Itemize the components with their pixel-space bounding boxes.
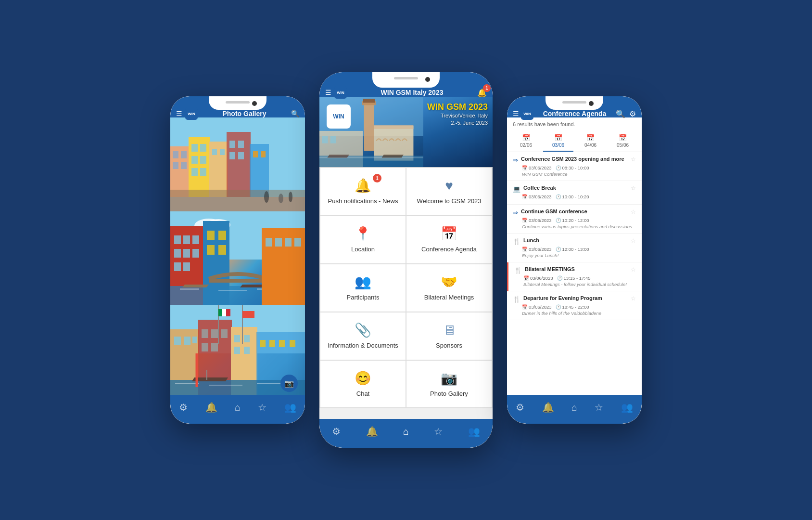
- agenda-time-3: 🕐 10:20 - 12:00: [556, 218, 589, 223]
- agenda-item-5[interactable]: 🍴 Bilateral MEETINGS ☆ 📅 03/06/2023 🕐 13…: [507, 262, 642, 291]
- svg-rect-38: [192, 249, 199, 258]
- agenda-sub-6: Dinner in the hills of the Valdobbiadene: [522, 311, 636, 316]
- agenda-item-4[interactable]: 🍴 Lunch ☆ 📅 03/06/2023 🕐 12:00 - 13:00 E…: [507, 234, 642, 262]
- left-nav-settings[interactable]: ⚙: [179, 402, 188, 413]
- agenda-item-2[interactable]: 💻 Coffee Break ☆ 📅 03/06/2023 🕐 10:00 - …: [507, 181, 642, 205]
- agenda-time-6: 🕐 18:45 - 22:00: [556, 304, 589, 310]
- banner-subtitle: Treviso/Venice, Italy: [427, 112, 488, 119]
- camera-button[interactable]: 📷: [280, 375, 298, 392]
- agenda-title-1: Conference GSM 2023 opening and more: [521, 156, 628, 162]
- svg-rect-20: [238, 152, 244, 159]
- center-nav-home[interactable]: ⌂: [403, 426, 409, 437]
- svg-rect-70: [244, 335, 250, 342]
- date-tab-0406[interactable]: 📅 04/06: [575, 132, 606, 152]
- svg-rect-69: [234, 335, 240, 342]
- agenda-top-icons: 🔍 ⚙: [616, 109, 636, 118]
- right-nav-settings[interactable]: ⚙: [516, 402, 524, 413]
- menu-push-notifications[interactable]: 🔔 Push notifications - News 1: [320, 168, 406, 215]
- right-search-icon[interactable]: 🔍: [616, 109, 625, 118]
- right-nav-home[interactable]: ⌂: [571, 402, 577, 413]
- menu-bilateral[interactable]: 🤝 Bilateral Meetings: [406, 264, 492, 312]
- gallery-photo-1[interactable]: [170, 117, 305, 211]
- agenda-sub-4: Enjoy your Lunch!: [522, 253, 636, 258]
- agenda-sub-1: WIN GSM Conference: [522, 171, 636, 177]
- svg-rect-45: [218, 245, 226, 255]
- agenda-sub-3: Continue various topics presentations an…: [522, 224, 636, 229]
- svg-rect-55: [294, 238, 301, 247]
- menu-welcome[interactable]: ♥ Welcome to GSM 2023: [406, 168, 492, 215]
- people-icon: 👥: [355, 274, 371, 290]
- agenda-item-6[interactable]: 🍴 Departure for Evening Program ☆ 📅 03/0…: [507, 291, 642, 320]
- agenda-star-3[interactable]: ☆: [631, 208, 636, 215]
- svg-rect-23: [261, 151, 266, 157]
- svg-rect-53: [275, 238, 282, 247]
- left-bottom-nav: ⚙ 🔔 ⌂ ☆ 👥: [170, 395, 305, 424]
- date-tab-0206[interactable]: 📅 02/06: [511, 132, 541, 152]
- right-filter-icon[interactable]: ⚙: [629, 109, 636, 118]
- agenda-icon-6: 🍴: [513, 296, 520, 303]
- agenda-time-4: 🕐 12:00 - 13:00: [556, 247, 589, 252]
- menu-sponsors[interactable]: 🖥 Sponsors: [406, 312, 492, 360]
- left-title: Photo Gallery: [198, 110, 291, 117]
- agenda-item-1[interactable]: ⇒ Conference GSM 2023 opening and more ☆…: [507, 152, 642, 181]
- agenda-title-5: Bilateral MEETINGS: [525, 266, 628, 272]
- menu-info-docs[interactable]: 📎 Information & Documents: [320, 312, 406, 360]
- left-nav-bell[interactable]: 🔔: [205, 402, 217, 413]
- agenda-icon-5: 🍴: [514, 267, 522, 274]
- agenda-sub-5: Bilateral Meetings - follow your individ…: [523, 282, 636, 287]
- left-search-icon[interactable]: 🔍: [291, 110, 299, 117]
- menu-photo-gallery[interactable]: 📷 Photo Gallery: [406, 361, 492, 408]
- agenda-star-1[interactable]: ☆: [631, 156, 636, 163]
- svg-rect-2: [173, 151, 178, 158]
- gallery-photo-3[interactable]: 📷: [170, 305, 305, 397]
- center-menu-icon[interactable]: ☰: [325, 89, 331, 96]
- right-menu-icon[interactable]: ☰: [513, 110, 519, 117]
- heart-icon: ♥: [445, 178, 453, 194]
- agenda-star-5[interactable]: ☆: [631, 266, 636, 273]
- menu-participants[interactable]: 👥 Participants: [320, 264, 406, 312]
- svg-rect-101: [330, 136, 336, 143]
- svg-rect-63: [202, 329, 208, 338]
- right-nav-star[interactable]: ☆: [595, 402, 603, 413]
- center-nav-star[interactable]: ☆: [434, 426, 443, 437]
- svg-rect-18: [238, 141, 244, 148]
- agenda-star-6[interactable]: ☆: [631, 295, 636, 302]
- right-nav-users[interactable]: 👥: [621, 402, 633, 413]
- menu-grid: 🔔 Push notifications - News 1 ♥ Welcome …: [319, 167, 493, 408]
- left-menu-icon[interactable]: ☰: [176, 110, 182, 117]
- svg-rect-40: [183, 262, 190, 271]
- center-bell-icon[interactable]: 🔔 1: [477, 88, 487, 97]
- svg-rect-35: [192, 235, 199, 244]
- agenda-time-5: 🕐 13:15 - 17:45: [557, 275, 591, 281]
- date-tab-0506[interactable]: 📅 05/06: [608, 132, 638, 152]
- agenda-meta-6: 📅 03/06/2023 🕐 18:45 - 22:00: [522, 304, 636, 310]
- svg-rect-66: [202, 343, 208, 351]
- date-tab-0306[interactable]: 📅 03/06: [543, 132, 573, 152]
- center-nav-settings[interactable]: ⚙: [332, 426, 341, 437]
- gallery-photo-2[interactable]: [170, 211, 305, 305]
- menu-location[interactable]: 📍 Location: [320, 216, 406, 263]
- banner-text: WIN GSM 2023 Treviso/Venice, Italy 2.-5.…: [427, 102, 488, 127]
- right-title: Conference Agenda: [533, 110, 616, 117]
- svg-rect-54: [285, 238, 292, 247]
- left-nav-star[interactable]: ☆: [258, 402, 266, 413]
- svg-rect-52: [266, 238, 272, 247]
- svg-rect-65: [221, 329, 228, 338]
- left-nav-users[interactable]: 👥: [284, 402, 296, 413]
- center-nav-users[interactable]: 👥: [468, 426, 480, 437]
- svg-rect-75: [269, 340, 275, 347]
- banner-title: WIN GSM 2023: [427, 102, 488, 112]
- menu-chat[interactable]: 😊 Chat: [320, 361, 406, 408]
- agenda-star-4[interactable]: ☆: [631, 237, 636, 244]
- agenda-star-2[interactable]: ☆: [631, 185, 636, 192]
- menu-conference-agenda[interactable]: 📅 Conference Agenda: [406, 216, 492, 263]
- right-nav-bell[interactable]: 🔔: [542, 402, 554, 413]
- left-nav-home[interactable]: ⌂: [235, 402, 241, 413]
- agenda-title-3: Continue GSM conference: [521, 208, 628, 214]
- center-nav-bell[interactable]: 🔔: [366, 426, 378, 437]
- svg-rect-34: [183, 235, 190, 244]
- center-phone-notch: [372, 72, 440, 88]
- svg-rect-84: [242, 311, 254, 318]
- agenda-item-3[interactable]: ⇒ Continue GSM conference ☆ 📅 03/06/2023…: [507, 205, 642, 234]
- banner: WIN WIN GSM 2023 Treviso/Venice, Italy 2…: [319, 97, 493, 167]
